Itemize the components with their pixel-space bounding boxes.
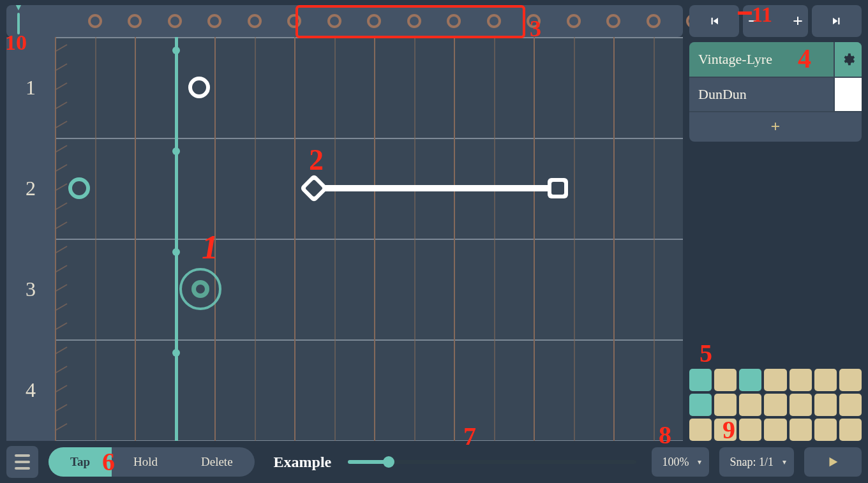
add-instrument-button[interactable]: + xyxy=(689,112,862,142)
snap-dropdown[interactable]: Snap: 1/1▾ xyxy=(719,447,794,477)
beat-marker[interactable] xyxy=(647,14,661,28)
instrument-list: Vintage-Lyre DunDun + xyxy=(689,42,862,142)
pad-cell[interactable] xyxy=(814,369,837,391)
zoom-dropdown[interactable]: 100%▾ xyxy=(652,447,709,477)
pad-cell[interactable] xyxy=(789,369,812,391)
instrument-settings-button[interactable] xyxy=(834,42,862,77)
chevron-down-icon: ▾ xyxy=(698,457,701,467)
pad-grid xyxy=(689,369,862,441)
row-number: 1 xyxy=(6,76,55,100)
tool-hold[interactable]: Hold xyxy=(112,447,179,477)
pad-cell[interactable] xyxy=(764,369,786,391)
timeline-bar[interactable]: ▼ xyxy=(6,5,683,37)
chevron-down-icon: ▾ xyxy=(782,457,786,467)
note-tap[interactable] xyxy=(188,77,210,98)
pad-cell[interactable] xyxy=(714,394,737,416)
pad-cell[interactable] xyxy=(689,369,712,391)
instrument-row[interactable]: Vintage-Lyre xyxy=(689,42,862,77)
zoom-stepper[interactable]: − + xyxy=(743,5,808,37)
pad-cell[interactable] xyxy=(739,369,761,391)
skip-forward-button[interactable] xyxy=(812,5,862,37)
pad-cell[interactable] xyxy=(789,394,812,416)
annotation-5: 5 xyxy=(700,338,712,368)
beat-marker[interactable] xyxy=(407,14,421,28)
beat-marker[interactable] xyxy=(487,14,501,28)
skip-back-icon xyxy=(708,15,720,27)
pad-cell[interactable] xyxy=(839,394,862,416)
row-number: 4 xyxy=(6,378,55,402)
zoom-value: 100% xyxy=(662,456,689,469)
note-tap[interactable] xyxy=(68,177,90,199)
pad-cell[interactable] xyxy=(739,419,761,441)
pad-cell[interactable] xyxy=(739,394,761,416)
note-hold-body[interactable] xyxy=(314,185,557,191)
pad-cell[interactable] xyxy=(789,419,812,441)
snap-value: Snap: 1/1 xyxy=(730,456,774,469)
bottom-toolbar: Tap Hold Delete Example 100%▾ Snap: 1/1▾ xyxy=(6,446,862,478)
beat-marker[interactable] xyxy=(447,14,461,28)
tool-selector: Tap Hold Delete xyxy=(49,447,255,477)
beat-marker[interactable] xyxy=(606,14,620,28)
beat-marker[interactable] xyxy=(207,14,221,28)
beat-marker[interactable] xyxy=(248,14,262,28)
beat-marker[interactable] xyxy=(527,14,541,28)
play-button[interactable] xyxy=(804,447,862,477)
gear-icon xyxy=(841,52,855,66)
playhead-line[interactable] xyxy=(175,37,178,441)
pad-cell[interactable] xyxy=(814,394,837,416)
note-hold-start[interactable] xyxy=(300,174,329,202)
pad-cell[interactable] xyxy=(839,419,862,441)
skip-forward-icon xyxy=(831,15,842,27)
slider-thumb[interactable] xyxy=(383,456,394,468)
tool-tap[interactable]: Tap xyxy=(49,447,112,477)
instrument-row[interactable]: DunDun xyxy=(689,77,862,111)
menu-icon xyxy=(15,454,30,457)
pad-cell[interactable] xyxy=(764,419,786,441)
tool-delete[interactable]: Delete xyxy=(179,447,255,477)
row-number: 3 xyxy=(6,278,55,301)
playback-slider[interactable] xyxy=(348,460,636,464)
instrument-color-swatch[interactable] xyxy=(834,78,862,111)
note-tap-selected[interactable] xyxy=(191,280,209,298)
pad-cell[interactable] xyxy=(714,369,737,391)
pad-cell[interactable] xyxy=(689,394,712,416)
pad-cell[interactable] xyxy=(689,419,712,441)
note-hold-end[interactable] xyxy=(548,178,568,198)
beat-marker[interactable] xyxy=(168,14,182,28)
beat-marker[interactable] xyxy=(88,14,102,28)
beat-marker[interactable] xyxy=(567,14,581,28)
pad-cell[interactable] xyxy=(714,419,737,441)
menu-button[interactable] xyxy=(6,446,38,478)
pad-cell[interactable] xyxy=(764,394,786,416)
pad-cell[interactable] xyxy=(814,419,837,441)
note-grid[interactable]: 1234 xyxy=(6,37,683,441)
instrument-name: Vintage-Lyre xyxy=(689,51,834,68)
beat-marker[interactable] xyxy=(287,14,301,28)
beat-marker[interactable] xyxy=(327,14,341,28)
row-number: 2 xyxy=(6,177,55,200)
beat-marker[interactable] xyxy=(367,14,381,28)
instrument-name: DunDun xyxy=(689,86,834,103)
transport-controls: − + xyxy=(689,5,862,37)
song-name: Example xyxy=(274,454,332,471)
skip-back-button[interactable] xyxy=(689,5,739,37)
pad-cell[interactable] xyxy=(839,369,862,391)
beat-marker[interactable] xyxy=(128,14,142,28)
play-icon xyxy=(826,455,840,469)
